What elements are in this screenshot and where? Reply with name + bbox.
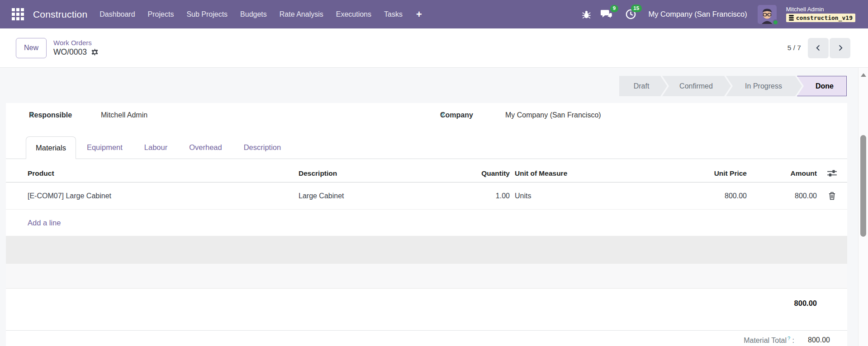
cell-unit-price[interactable]: 800.00	[624, 192, 747, 200]
tab-overhead[interactable]: Overhead	[178, 136, 232, 159]
material-total-label: Material Total? :	[744, 336, 794, 345]
user-name: Mitchell Admin	[786, 6, 824, 12]
column-product[interactable]: Product	[6, 169, 299, 178]
nav-item-tasks[interactable]: Tasks	[384, 10, 403, 19]
new-button[interactable]: New	[16, 38, 47, 58]
cell-amount[interactable]: 800.00	[747, 192, 817, 200]
nav-item-executions[interactable]: Executions	[336, 10, 371, 19]
online-status-dot	[773, 19, 778, 25]
tab-materials[interactable]: Materials	[26, 136, 76, 159]
cell-quantity[interactable]: 1.00	[452, 192, 510, 200]
pager-next-button[interactable]	[830, 38, 850, 58]
materials-list: Product Description Quantity Unit of Mea…	[6, 164, 847, 345]
status-step-confirmed[interactable]: Confirmed	[662, 76, 731, 96]
nav-item-dashboard[interactable]: Dashboard	[100, 10, 135, 19]
statusbar: Draft Confirmed In Progress Done	[619, 76, 847, 96]
main-menu: Dashboard Projects Sub Projects Budgets …	[100, 9, 422, 19]
status-step-done[interactable]: Done	[797, 76, 847, 96]
gear-icon[interactable]	[91, 48, 99, 56]
nav-item-sub-projects[interactable]: Sub Projects	[186, 10, 228, 19]
material-total-row: Material Total? : 800.00	[6, 331, 847, 345]
optional-columns-icon[interactable]	[827, 169, 837, 177]
field-row: Responsible? Mitchell Admin Company? My …	[6, 108, 847, 123]
scroll-up-arrow-icon[interactable]	[861, 73, 866, 77]
column-amount[interactable]: Amount	[747, 169, 817, 178]
breadcrumb: Work Orders WO/0003	[53, 39, 99, 57]
database-badge: construction_v19	[786, 14, 855, 22]
table-row[interactable]: [E-COM07] Large Cabinet Large Cabinet 1.…	[6, 182, 847, 210]
activities-icon[interactable]: 15	[625, 9, 636, 20]
help-icon[interactable]: ?	[787, 336, 790, 341]
top-navbar: Construction Dashboard Projects Sub Proj…	[0, 0, 868, 28]
status-step-draft[interactable]: Draft	[619, 76, 667, 96]
nav-item-projects[interactable]: Projects	[148, 10, 174, 19]
company-label: Company?	[440, 108, 444, 124]
empty-band-light	[6, 264, 847, 289]
delete-row-icon[interactable]	[828, 192, 836, 200]
debug-bug-icon[interactable]	[582, 9, 591, 19]
responsible-value[interactable]: Mitchell Admin	[101, 108, 147, 122]
chevron-right-icon	[837, 44, 844, 51]
cell-uom[interactable]: Units	[510, 192, 624, 200]
column-description[interactable]: Description	[299, 169, 452, 178]
form-sheet: Responsible? Mitchell Admin Company? My …	[6, 103, 847, 346]
company-value[interactable]: My Company (San Francisco)	[505, 108, 601, 122]
messages-icon[interactable]: 9	[601, 9, 613, 20]
column-quantity[interactable]: Quantity	[452, 169, 510, 178]
pager: 5 / 7	[787, 38, 850, 58]
navbar-right: 9 15 My Company (San Francisco) Mitche	[582, 5, 855, 24]
list-footer: 800.00	[6, 289, 847, 318]
app-name[interactable]: Construction	[33, 9, 87, 20]
tab-labour[interactable]: Labour	[133, 136, 178, 159]
pager-count: 5 / 7	[787, 44, 801, 52]
activities-count-badge: 15	[631, 5, 642, 12]
user-avatar[interactable]	[758, 5, 777, 24]
cell-product[interactable]: [E-COM07] Large Cabinet	[6, 192, 299, 200]
status-step-in-progress[interactable]: In Progress	[726, 76, 802, 96]
pager-previous-button[interactable]	[808, 38, 829, 58]
amount-column-total: 800.00	[747, 299, 817, 308]
nav-item-budgets[interactable]: Budgets	[240, 10, 267, 19]
responsible-label: Responsible?	[29, 108, 33, 124]
notebook-tabs: Materials Equipment Labour Overhead Desc…	[6, 136, 847, 159]
tab-equipment[interactable]: Equipment	[76, 136, 133, 159]
plus-menu-icon[interactable]: +	[416, 9, 422, 19]
breadcrumb-parent-link[interactable]: Work Orders	[53, 39, 99, 47]
add-a-line-link[interactable]: Add a line	[6, 210, 847, 236]
messages-count-badge: 9	[610, 5, 618, 13]
nav-item-rate-analysis[interactable]: Rate Analysis	[280, 10, 323, 19]
vertical-scrollbar[interactable]	[858, 68, 868, 346]
column-uom[interactable]: Unit of Measure	[510, 169, 624, 178]
form-view: Draft Confirmed In Progress Done Respons…	[0, 68, 868, 346]
user-menu[interactable]: Mitchell Admin construction_v19	[786, 6, 855, 22]
control-panel: New Work Orders WO/0003 5 / 7	[0, 28, 868, 68]
list-header: Product Description Quantity Unit of Mea…	[6, 164, 847, 182]
database-name: construction_v19	[796, 15, 853, 21]
material-total-value: 800.00	[808, 336, 830, 344]
empty-band-gray	[6, 236, 847, 264]
tab-description[interactable]: Description	[233, 136, 292, 159]
cell-description[interactable]: Large Cabinet	[299, 192, 452, 200]
column-unit-price[interactable]: Unit Price	[624, 169, 747, 178]
database-icon	[789, 15, 794, 21]
apps-menu-icon[interactable]	[12, 8, 24, 20]
record-name: WO/0003	[53, 47, 87, 57]
chevron-left-icon	[815, 44, 822, 51]
company-switcher[interactable]: My Company (San Francisco)	[649, 10, 747, 19]
scrollbar-thumb[interactable]	[860, 135, 866, 237]
